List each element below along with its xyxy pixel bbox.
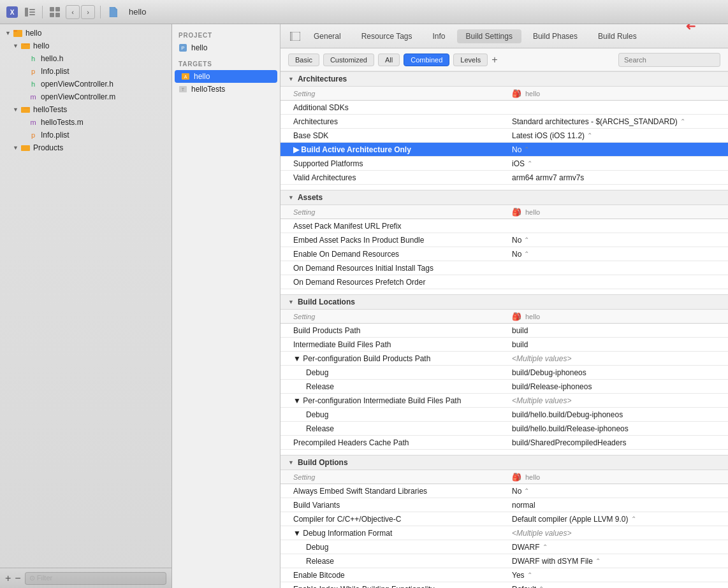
arch-col-setting: Setting	[280, 88, 504, 99]
forward-button[interactable]: ›	[81, 5, 95, 19]
back-button[interactable]: ‹	[66, 5, 80, 19]
tab-info[interactable]: Info	[424, 29, 455, 43]
row-debug-info-debug[interactable]: Debug DWARF ⌃	[280, 540, 728, 554]
row-embed-asset-packs[interactable]: Embed Asset Packs In Product Bundle No ⌃	[280, 233, 728, 247]
sidebar-info-plist-2[interactable]: ▶ p Info.plist	[0, 129, 171, 141]
add-file-button[interactable]: +	[5, 573, 11, 584]
hellotests-arrow: ▼	[13, 106, 20, 113]
svg-rect-9	[55, 13, 60, 17]
row-precompiled-headers[interactable]: Precompiled Headers Cache Path build/Sha…	[280, 436, 728, 450]
build-options-toggle[interactable]: ▼	[288, 459, 294, 466]
sidebar-toggle-icon[interactable]	[23, 5, 37, 19]
filter-all-button[interactable]: All	[378, 54, 400, 66]
grid-icon[interactable]	[48, 5, 62, 19]
row-on-demand-initial[interactable]: On Demand Resources Initial Install Tags	[280, 261, 728, 275]
hello-h-label: hello.h	[41, 54, 63, 63]
build-variants-value: normal	[504, 499, 728, 512]
row-valid-architectures[interactable]: Valid Architectures arm64 armv7 armv7s	[280, 171, 728, 185]
filter-add-button[interactable]: +	[491, 54, 497, 66]
section-architectures: ▼ Architectures	[280, 71, 728, 87]
toolbar: X ‹ › hello	[0, 0, 728, 24]
architectures-title: Architectures	[298, 75, 347, 83]
tab-general[interactable]: General	[305, 29, 350, 43]
dwarf-stepper: ⌃	[542, 543, 548, 550]
row-per-config-build-release[interactable]: Release build/Release-iphoneos	[280, 380, 728, 394]
row-build-active-arch[interactable]: ▶ Build Active Architecture Only No ⌃	[280, 143, 728, 157]
filter-search-input[interactable]	[618, 53, 720, 67]
additional-sdks-value	[504, 106, 728, 110]
svg-rect-14	[21, 145, 30, 151]
row-build-variants[interactable]: Build Variants normal	[280, 498, 728, 512]
build-options-col-header: Setting 🎒 hello	[280, 470, 728, 484]
nav-project-item[interactable]: P hello	[172, 41, 280, 54]
row-per-config-build-products[interactable]: ▼ Per-configuration Build Products Path …	[280, 352, 728, 366]
row-enable-index-while-building[interactable]: Enable Index-While-Building Functionalit…	[280, 582, 728, 588]
row-build-products-path[interactable]: Build Products Path build	[280, 324, 728, 338]
navigator-icon[interactable]	[288, 29, 302, 43]
row-base-sdk[interactable]: Base SDK Latest iOS (iOS 11.2) ⌃	[280, 129, 728, 143]
supported-platforms-label: Supported Platforms	[280, 157, 504, 170]
supported-platforms-value: iOS ⌃	[504, 157, 728, 170]
per-config-intermediate-value: <Multiple values>	[504, 394, 728, 407]
row-per-config-intermediate[interactable]: ▼ Per-configuration Intermediate Build F…	[280, 394, 728, 408]
arch-col-value: 🎒 hello	[504, 87, 728, 100]
filter-customized-button[interactable]: Customized	[323, 54, 374, 66]
architectures-toggle[interactable]: ▼	[288, 76, 294, 82]
per-config-intermediate-label: ▼ Per-configuration Intermediate Build F…	[280, 394, 504, 407]
row-enable-bitcode[interactable]: Enable Bitcode Yes ⌃	[280, 568, 728, 582]
filter-basic-button[interactable]: Basic	[288, 54, 319, 66]
filter-combined-button[interactable]: Combined	[404, 54, 449, 66]
per-config-build-products-label: ▼ Per-configuration Build Products Path	[280, 352, 504, 365]
per-config-int-debug-value: build/hello.build/Debug-iphoneos	[504, 408, 728, 421]
row-always-embed-swift[interactable]: Always Embed Swift Standard Libraries No…	[280, 484, 728, 498]
per-config-build-products-value: <Multiple values>	[504, 352, 728, 365]
per-config-int-release-label: Release	[280, 422, 504, 435]
sidebar-hellotests-group[interactable]: ▼ helloTests	[0, 103, 171, 116]
tab-build-rules[interactable]: Build Rules	[589, 29, 646, 43]
compiler-label: Compiler for C/C++/Objective-C	[280, 513, 504, 526]
sidebar-hello-h[interactable]: ▶ h hello.h	[0, 52, 171, 65]
build-locations-toggle[interactable]: ▼	[288, 299, 294, 305]
sidebar-openviewcontroller-h[interactable]: ▶ h openViewController.h	[0, 78, 171, 90]
row-additional-sdks[interactable]: Additional SDKs	[280, 101, 728, 115]
row-intermediate-build-files[interactable]: Intermediate Build Files Path build	[280, 338, 728, 352]
row-asset-pack-manifest[interactable]: Asset Pack Manifest URL Prefix	[280, 219, 728, 233]
row-debug-info-release[interactable]: Release DWARF with dSYM File ⌃	[280, 554, 728, 568]
filter-levels-button[interactable]: Levels	[453, 54, 488, 66]
sidebar-openviewcontroller-m[interactable]: ▶ m openViewController.m	[0, 90, 171, 103]
remove-file-button[interactable]: −	[15, 573, 20, 584]
sidebar-root-item[interactable]: ▼ hello	[0, 27, 171, 39]
tab-resource-tags[interactable]: Resource Tags	[353, 29, 421, 43]
nav-target-hellotests[interactable]: T helloTests	[172, 83, 280, 96]
nav-target-hello[interactable]: A hello	[175, 70, 277, 83]
hello-h-icon: h	[28, 54, 38, 64]
row-enable-on-demand[interactable]: Enable On Demand Resources No ⌃	[280, 247, 728, 261]
file-icon	[106, 5, 120, 19]
sidebar-info-plist-1[interactable]: ▶ p Info.plist	[0, 65, 171, 78]
row-per-config-int-release[interactable]: Release build/hello.build/Release-iphone…	[280, 422, 728, 436]
row-per-config-build-debug[interactable]: Debug build/Debug-iphoneos	[280, 366, 728, 380]
row-on-demand-prefetch[interactable]: On Demand Resources Prefetch Order	[280, 275, 728, 289]
svg-text:A: A	[184, 75, 187, 79]
tab-build-phases[interactable]: Build Phases	[524, 29, 586, 43]
supported-stepper: ⌃	[527, 160, 532, 167]
sidebar-products[interactable]: ▼ Products	[0, 141, 171, 154]
always-embed-swift-label: Always Embed Swift Standard Libraries	[280, 485, 504, 498]
row-per-config-int-debug[interactable]: Debug build/hello.build/Debug-iphoneos	[280, 408, 728, 422]
row-supported-platforms[interactable]: Supported Platforms iOS ⌃	[280, 157, 728, 171]
svg-text:P: P	[181, 45, 184, 51]
sidebar-bottom-bar: + − ⊙ Filter	[0, 568, 171, 588]
build-loc-col-hello: hello	[525, 313, 540, 320]
row-debug-info-format[interactable]: ▼ Debug Information Format <Multiple val…	[280, 526, 728, 540]
tab-build-settings[interactable]: Build Settings	[457, 29, 521, 43]
assets-toggle[interactable]: ▼	[288, 194, 294, 201]
sidebar-hellotests-m[interactable]: ▶ m helloTests.m	[0, 116, 171, 129]
embed-asset-packs-label: Embed Asset Packs In Product Bundle	[280, 234, 504, 247]
settings-content: ▼ Architectures Setting 🎒 hello Addition…	[280, 71, 728, 588]
enable-bitcode-value: Yes ⌃	[504, 569, 728, 582]
project-section-label: PROJECT	[172, 28, 280, 41]
products-arrow: ▼	[13, 145, 20, 151]
row-compiler[interactable]: Compiler for C/C++/Objective-C Default c…	[280, 512, 728, 526]
row-architectures[interactable]: Architectures Standard architectures - $…	[280, 115, 728, 129]
sidebar-hello-group[interactable]: ▼ hello	[0, 39, 171, 52]
